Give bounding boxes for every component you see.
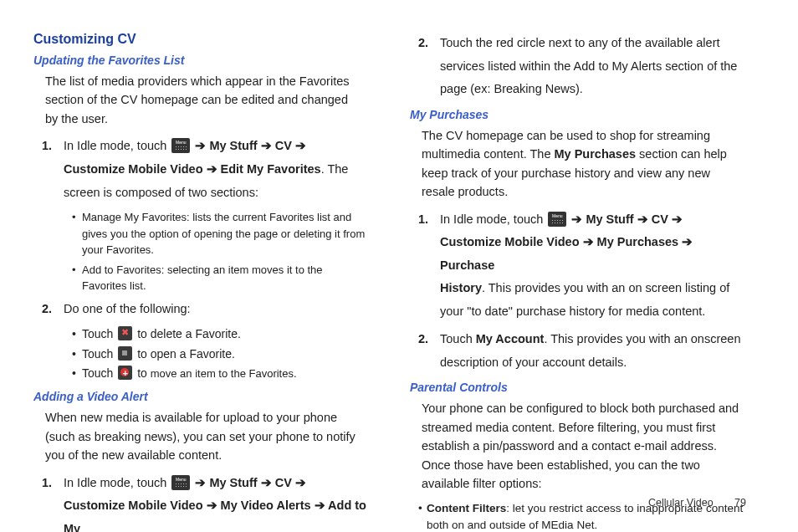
menu-icon: [171, 475, 190, 490]
bullet-move: Touch to move an item to the Favorites.: [82, 365, 370, 383]
step-text: In Idle mode, touch: [440, 212, 546, 226]
heading-my-purchases: My Purchases: [410, 108, 746, 121]
parental-para: Your phone can be configured to block bo…: [422, 399, 746, 493]
page-footer: Cellular Video 79: [648, 497, 746, 509]
step-text: Touch the red circle next to any of the …: [440, 36, 737, 95]
heading-updating-favorites: Updating the Favorites List: [33, 54, 370, 67]
bold-text: Content Filters: [427, 502, 506, 514]
page-number: 79: [734, 497, 746, 509]
step-number: 1.: [42, 472, 52, 495]
step-text: Do one of the following:: [64, 302, 191, 315]
nav-path-bold: History: [440, 281, 482, 294]
nav-path: ➔ My Stuff ➔ CV ➔: [571, 212, 682, 226]
add-icon: [118, 366, 132, 380]
bullet-delete: Touch to delete a Favorite.: [82, 325, 370, 344]
video-alert-para: When new media is available for upload t…: [45, 408, 361, 464]
nav-path-bold: Customize Mobile Video ➔ My Purchases ➔ …: [440, 235, 693, 272]
step-text: In Idle mode, touch: [64, 139, 170, 152]
action-text-small: move an item to the Favorites.: [151, 367, 297, 380]
step-2-purchase: 2. Touch My Account. This provides you w…: [440, 328, 746, 374]
step-1-purchase: 1. In Idle mode, touch ➔ My Stuff ➔ CV ➔…: [440, 208, 746, 324]
step-number: 1.: [42, 135, 52, 158]
intro-para: The list of media providers which appear…: [45, 72, 361, 128]
nav-path: ➔ My Stuff ➔ CV ➔: [195, 476, 305, 489]
step-2-alert: 2. Touch the red circle next to any of t…: [440, 32, 746, 101]
nav-path: ➔ My Stuff ➔ CV ➔: [195, 139, 305, 152]
action-text: to delete a Favorite.: [137, 327, 241, 340]
step-text: . This provides you with an on screen li…: [440, 281, 729, 318]
bullet-open: Touch to open a Favorite.: [82, 345, 370, 364]
purchases-para: The CV homepage can be used to shop for …: [422, 126, 746, 202]
step-number: 2.: [418, 32, 428, 55]
step-1: 1. In Idle mode, touch ➔ My Stuff ➔ CV ➔…: [64, 135, 370, 204]
heading-parental-controls: Parental Controls: [410, 381, 746, 394]
menu-icon: [548, 212, 566, 227]
touch-label: Touch: [82, 366, 116, 380]
action-text: to open a Favorite.: [137, 347, 235, 361]
heading-customizing-cv: Customizing CV: [33, 32, 370, 47]
step-text: Touch: [440, 332, 476, 345]
bold-text: My Purchases: [555, 147, 637, 161]
bold-text: My Account: [476, 332, 545, 345]
step-number: 2.: [42, 298, 52, 321]
step-1-alert: 1. In Idle mode, touch ➔ My Stuff ➔ CV ➔…: [64, 472, 370, 532]
action-text: to: [137, 366, 151, 380]
nav-path-bold: Customize Mobile Video ➔ Edit My Favorit…: [64, 162, 321, 176]
footer-section: Cellular Video: [648, 497, 714, 509]
step-number: 2.: [418, 328, 428, 351]
heading-video-alert: Adding a Video Alert: [33, 390, 370, 403]
step-text: In Idle mode, touch: [64, 476, 170, 489]
bullet-add-favorites: Add to Favorites: selecting an item move…: [82, 262, 370, 294]
bullet-manage-favorites: Manage My Favorites: lists the current F…: [82, 209, 370, 258]
step-text: screen is composed of two sections:: [64, 186, 258, 199]
nav-path-bold: Customize Mobile Video ➔ My Video Alerts…: [64, 499, 366, 532]
open-icon: [118, 346, 132, 361]
step-number: 1.: [418, 208, 428, 232]
step-2: 2. Do one of the following:: [64, 298, 370, 321]
step-text: . The: [321, 162, 349, 176]
touch-label: Touch: [82, 347, 116, 361]
menu-icon: [171, 138, 190, 153]
delete-icon: [118, 326, 132, 340]
touch-label: Touch: [82, 327, 116, 340]
